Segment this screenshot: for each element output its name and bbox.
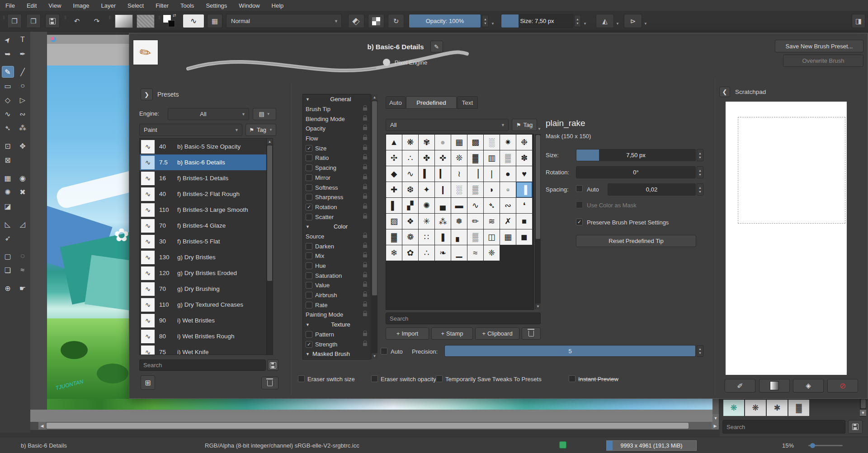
tip-search-input[interactable]: Search bbox=[386, 313, 541, 324]
toolbar-grip[interactable]: ⣿⣿⣿ bbox=[108, 15, 111, 27]
reload-preset-button[interactable]: ↻ bbox=[388, 14, 404, 28]
preset-list-scrollbar[interactable]: ▲ bbox=[266, 139, 273, 355]
brush-tip-cell[interactable]: ❧ bbox=[435, 245, 451, 261]
swap-colors-icon[interactable]: ⇄ bbox=[173, 13, 176, 18]
freehand-brush-tool[interactable]: ✎ bbox=[2, 66, 14, 78]
reference-images-tool[interactable]: ➶ bbox=[2, 232, 14, 244]
option-row-mirror[interactable]: Mirror bbox=[303, 173, 370, 183]
option-row-saturation[interactable]: Saturation bbox=[303, 271, 370, 280]
brush-tip-cell[interactable]: ❊ bbox=[451, 150, 467, 166]
scroll-up-arrow[interactable]: ▲ bbox=[267, 139, 273, 145]
option-checkbox[interactable] bbox=[306, 154, 312, 161]
docker-preset-thumbnail[interactable]: ▓ bbox=[788, 400, 809, 416]
scratchpad-paint-button[interactable]: ✐ bbox=[725, 379, 755, 392]
option-row-spacing[interactable]: Spacing bbox=[303, 163, 370, 173]
preset-tag-button[interactable]: ⚑Tag▼ bbox=[245, 124, 276, 136]
polygon-tool[interactable]: ◇ bbox=[2, 94, 14, 106]
eraser-mode-button[interactable]: ◧ bbox=[348, 14, 364, 28]
option-row-brush-tip[interactable]: Brush Tip bbox=[303, 104, 370, 114]
zoom-slider-handle[interactable] bbox=[810, 443, 815, 448]
option-checkbox[interactable]: ✓ bbox=[306, 341, 312, 348]
preset-row[interactable]: ∿110f) Bristles-3 Large Smooth bbox=[140, 202, 273, 218]
rect-select-tool[interactable]: ▢ bbox=[2, 250, 14, 262]
preset-row[interactable]: ∿40b) Basic-5 Size Opacity bbox=[140, 139, 273, 154]
options-scrollbar[interactable]: ▲ ▼ bbox=[371, 94, 377, 359]
scratchpad-canvas[interactable] bbox=[726, 102, 847, 375]
mirror-horizontal-button[interactable]: ⊳ bbox=[624, 14, 642, 28]
presets-expander-button[interactable]: ❯ bbox=[141, 89, 153, 100]
menu-select[interactable]: Select bbox=[127, 2, 144, 9]
calligraphy-tool[interactable]: ✒ bbox=[17, 48, 29, 60]
scratchpad-fill-button[interactable]: ◈ bbox=[793, 379, 824, 392]
option-row-rotation[interactable]: ✓Rotation bbox=[303, 202, 370, 212]
brush-tip-cell[interactable]: ▦ bbox=[500, 229, 516, 245]
subwindow-titlebar[interactable] bbox=[47, 35, 129, 44]
mirror-vertical-caret[interactable]: ▼ bbox=[616, 22, 619, 26]
brush-tip-cell[interactable]: ✾ bbox=[419, 135, 434, 150]
colorize-mask-tool[interactable]: ✖ bbox=[17, 186, 29, 198]
preset-row[interactable]: ∿75i) Wet Knife bbox=[140, 344, 273, 355]
background-color-swatch[interactable] bbox=[168, 20, 175, 27]
precision-slider[interactable]: 5 bbox=[444, 345, 696, 357]
footer-checkbox-1[interactable] bbox=[371, 375, 378, 382]
transform-tool[interactable]: ⊡ bbox=[2, 140, 14, 152]
fill-tool[interactable]: ◪ bbox=[2, 200, 14, 212]
opacity-options-caret[interactable]: ▼ bbox=[491, 22, 495, 26]
brush-tip-cell[interactable]: ✽ bbox=[516, 150, 532, 166]
hscroll-right-arrow[interactable]: ▶ bbox=[712, 422, 719, 430]
option-row-scatter[interactable]: Scatter bbox=[303, 212, 370, 222]
undo-button[interactable]: ↶ bbox=[70, 14, 84, 28]
brush-tip-cell[interactable]: ✺ bbox=[419, 198, 434, 213]
import-tip-button[interactable]: +Import bbox=[386, 327, 429, 340]
brush-tip-cell[interactable]: ▫ bbox=[500, 182, 516, 197]
scroll-down-arrow[interactable]: ▼ bbox=[372, 353, 377, 359]
scratchpad-clear-button[interactable]: ⊘ bbox=[827, 379, 858, 392]
polygonal-select-tool[interactable]: ❏ bbox=[2, 264, 14, 276]
foreground-background-colors[interactable]: ⇄ bbox=[163, 14, 178, 29]
brush-tip-cell[interactable]: ▒ bbox=[467, 182, 483, 197]
option-row-size[interactable]: ✓Size bbox=[303, 143, 370, 153]
footer-checkbox-2[interactable] bbox=[436, 375, 443, 382]
move-tool[interactable]: ✥ bbox=[17, 140, 29, 152]
overwrite-brush-button[interactable]: Overwrite Brush bbox=[783, 55, 863, 67]
brush-tip-cell[interactable]: ❖ bbox=[402, 214, 418, 229]
add-resource-button[interactable]: ⊞ bbox=[141, 375, 155, 390]
brush-tip-cell[interactable]: ▩ bbox=[467, 135, 483, 150]
option-checkbox[interactable] bbox=[306, 184, 312, 191]
option-row-blending-mode[interactable]: Blending Mode bbox=[303, 114, 370, 124]
brush-tip-cell[interactable]: ❋ bbox=[402, 135, 418, 150]
horizontal-scrollbar[interactable] bbox=[46, 422, 712, 430]
spacing-slider[interactable]: 0,02 bbox=[608, 183, 696, 196]
menu-layer[interactable]: Layer bbox=[101, 2, 116, 9]
brush-tip-cell[interactable]: ❙ bbox=[435, 182, 451, 197]
tip-rotation-field[interactable]: 0° bbox=[576, 166, 696, 178]
brush-tip-cell[interactable]: ❆ bbox=[402, 182, 418, 197]
brush-tip-cell[interactable]: ▥ bbox=[484, 150, 500, 166]
menu-window[interactable]: Window bbox=[239, 2, 259, 9]
clipboard-tip-button[interactable]: +Clipboard bbox=[475, 327, 519, 340]
save-new-preset-button[interactable]: Save New Brush Preset... bbox=[775, 40, 863, 52]
option-checkbox[interactable] bbox=[306, 164, 312, 171]
option-row-airbrush[interactable]: Airbrush bbox=[303, 290, 370, 300]
brush-tip-cell[interactable]: ∿ bbox=[467, 198, 483, 213]
tip-tag-button[interactable]: ⚑Tag bbox=[512, 119, 537, 131]
zoom-slider[interactable] bbox=[808, 445, 843, 446]
preset-row[interactable]: ∿90i) Wet Bristles bbox=[140, 313, 273, 328]
option-checkbox[interactable]: ✓ bbox=[306, 145, 312, 152]
option-checkbox[interactable] bbox=[306, 214, 312, 220]
scroll-down-arrow[interactable]: ▼ bbox=[535, 304, 541, 309]
brush-tip-cell[interactable]: ∷ bbox=[419, 229, 434, 245]
preserve-alpha-button[interactable] bbox=[368, 14, 384, 28]
brush-tip-cell[interactable]: ▖ bbox=[451, 229, 467, 245]
brush-tip-cell[interactable]: ░ bbox=[484, 135, 500, 150]
brush-tip-cell[interactable]: ▐ bbox=[516, 182, 532, 197]
brush-tip-cell[interactable]: ◫ bbox=[484, 229, 500, 245]
option-row-general[interactable]: ▼General bbox=[303, 94, 370, 104]
assistants-tool[interactable]: ◺ bbox=[2, 218, 14, 230]
brush-tip-cell[interactable]: ✦ bbox=[419, 182, 434, 197]
option-row-color[interactable]: ▼Color bbox=[303, 222, 370, 232]
preset-row[interactable]: ∿16f) Bristles-1 Details bbox=[140, 170, 273, 186]
memory-usage-bar[interactable]: 9993 x 4961 (191,3 MiB) bbox=[606, 440, 697, 451]
tab-predefined[interactable]: Predefined bbox=[406, 96, 457, 109]
option-row-texture[interactable]: ▼Texture bbox=[303, 320, 370, 330]
